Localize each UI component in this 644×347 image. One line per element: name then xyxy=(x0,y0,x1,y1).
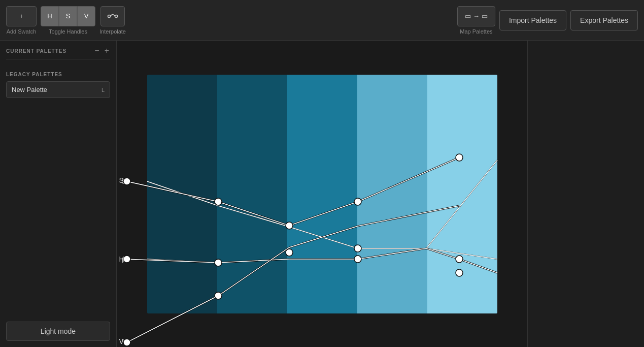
toggle-h-button[interactable]: H xyxy=(41,6,59,26)
sidebar: CURRENT PALETTES − + LEGACY PALETTES New… xyxy=(0,41,117,347)
legacy-palettes-section: LEGACY PALETTES New Palette L xyxy=(0,66,116,102)
h-point-1[interactable] xyxy=(215,259,222,266)
interpolate-label: Interpolate xyxy=(99,28,126,35)
toolbar: + Add Swatch H S V Toggle Handles Interp… xyxy=(0,0,644,41)
current-palettes-header: CURRENT PALETTES − + xyxy=(6,47,110,55)
map-palettes-button[interactable]: ▭ → ▭ xyxy=(457,6,495,26)
palette-item-name: New Palette xyxy=(12,86,47,93)
toggle-handles-group: H S V Toggle Handles xyxy=(41,6,95,35)
palette-item[interactable]: New Palette L xyxy=(6,81,110,98)
h-point-2[interactable] xyxy=(286,249,293,256)
sidebar-footer: Light mode xyxy=(0,316,116,347)
s-point-0[interactable] xyxy=(123,178,130,185)
palette-visualization: S H V xyxy=(147,75,497,313)
h-curve xyxy=(147,248,497,263)
right-panel xyxy=(527,41,644,347)
s-axis-label: S xyxy=(119,176,124,184)
v-axis-label: V xyxy=(119,337,124,345)
add-swatch-label: Add Swatch xyxy=(7,28,37,35)
v-point-0[interactable] xyxy=(123,339,130,346)
interpolate-group: Interpolate xyxy=(99,6,126,35)
legacy-palettes-title: LEGACY PALETTES xyxy=(6,72,62,77)
legacy-palettes-header: LEGACY PALETTES xyxy=(6,72,110,77)
current-palettes-divider xyxy=(6,59,110,59)
remove-palette-button[interactable]: − xyxy=(93,47,100,55)
interpolate-button[interactable] xyxy=(100,6,125,26)
h-curve-shadow xyxy=(147,248,497,263)
add-swatch-button[interactable]: + xyxy=(6,6,37,26)
h-axis-label: H xyxy=(119,255,124,263)
map-palette-icon-left: ▭ xyxy=(465,12,471,20)
s-point-1[interactable] xyxy=(215,198,222,205)
interpolate-icon xyxy=(107,11,118,22)
h-point-3[interactable] xyxy=(354,256,361,263)
import-palettes-button[interactable]: Import Palettes xyxy=(499,10,566,30)
s-point-2[interactable] xyxy=(286,222,293,229)
h-point-4[interactable] xyxy=(456,256,463,263)
palette-item-tag: L xyxy=(101,87,105,93)
toggle-handles-label: Toggle Handles xyxy=(49,28,87,35)
current-palettes-actions: − + xyxy=(93,47,110,55)
s-point-3[interactable] xyxy=(354,198,361,205)
h-path-bg xyxy=(127,248,497,273)
s-point-4[interactable] xyxy=(456,154,463,161)
v-point-1[interactable] xyxy=(215,292,222,299)
current-palettes-title: CURRENT PALETTES xyxy=(6,48,66,54)
export-palettes-button[interactable]: Export Palettes xyxy=(570,10,638,30)
main-layout: CURRENT PALETTES − + LEGACY PALETTES New… xyxy=(0,41,644,347)
h-point-4b[interactable] xyxy=(456,269,463,276)
add-swatch-group: + Add Swatch xyxy=(6,6,37,35)
canvas-area: S H V xyxy=(117,41,527,347)
light-mode-button[interactable]: Light mode xyxy=(6,322,110,341)
map-palette-arrow-icon: → xyxy=(473,12,480,20)
svg-point-0 xyxy=(108,15,110,17)
h-point-3b[interactable] xyxy=(354,245,361,252)
map-palette-icon-right: ▭ xyxy=(482,12,488,20)
svg-point-1 xyxy=(115,15,117,17)
toggle-s-button[interactable]: S xyxy=(59,6,77,26)
toggle-handles-buttons: H S V xyxy=(41,6,95,26)
add-palette-button[interactable]: + xyxy=(104,47,110,55)
map-palettes-label: Map Palettes xyxy=(460,28,492,35)
s-curve-shadow xyxy=(147,160,497,248)
curve-overlay: S H V xyxy=(147,75,497,313)
palette-list: New Palette L xyxy=(6,81,110,98)
s-curve xyxy=(147,160,497,248)
current-palettes-section: CURRENT PALETTES − + xyxy=(0,41,116,66)
toggle-v-button[interactable]: V xyxy=(77,6,95,26)
map-palettes-group: ▭ → ▭ Map Palettes xyxy=(457,6,495,35)
